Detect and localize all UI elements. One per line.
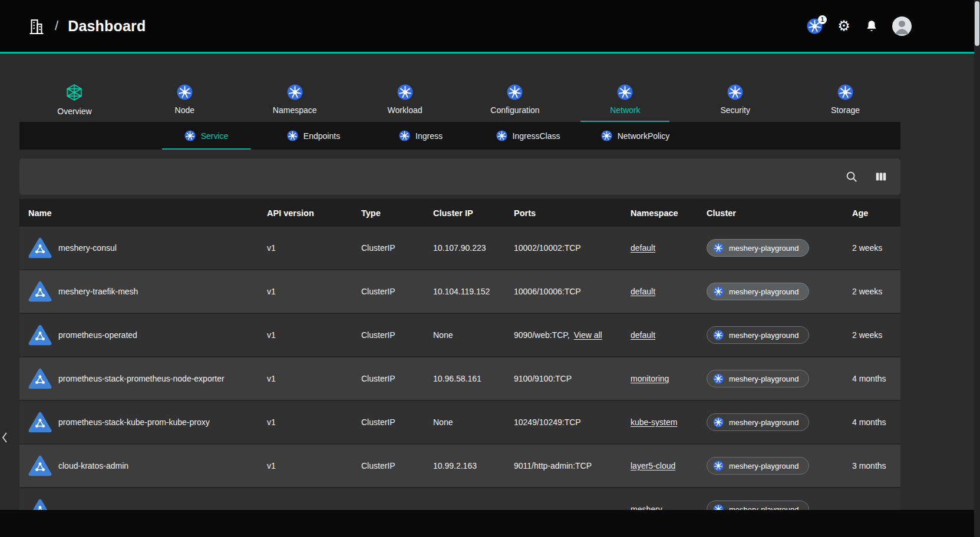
- logo-button[interactable]: [28, 17, 44, 35]
- type-cell: ClusterIP: [352, 287, 424, 296]
- service-icon: [28, 281, 52, 302]
- column-header-cluster-ip: Cluster IP: [424, 208, 505, 218]
- ports-cell: 9090/web:TCP, View all: [505, 330, 622, 340]
- service-icon: [28, 412, 52, 433]
- header-actions: 1: [807, 16, 912, 36]
- ports-cell: 9011/http-admin:TCP: [505, 461, 622, 470]
- name-cell: prometheus-operated: [19, 324, 258, 346]
- bell-icon: [865, 19, 878, 33]
- kubernetes-icon: [287, 130, 298, 141]
- category-tab-label: Security: [720, 105, 750, 115]
- resource-subtab[interactable]: Endpoints: [260, 122, 367, 150]
- service-name: cloud-kratos-admin: [58, 461, 128, 470]
- api-version-cell: v1: [258, 330, 352, 340]
- cluster-cell: meshery-playground: [698, 413, 843, 431]
- avatar[interactable]: [892, 16, 912, 36]
- app-header: / Dashboard 1: [0, 0, 980, 52]
- age: 2 weeks: [852, 243, 882, 253]
- table-row[interactable]: prometheus-stack-prometheus-node-exporte…: [19, 357, 900, 401]
- category-tab[interactable]: Workload: [350, 77, 460, 122]
- category-tab[interactable]: Configuration: [460, 77, 570, 122]
- category-tab[interactable]: Network: [570, 77, 680, 122]
- table-row[interactable]: cloud-kratos-admin v1 ClusterIP 10.99.2.…: [19, 445, 900, 488]
- category-tab[interactable]: Namespace: [240, 77, 350, 122]
- ports: 10002/10002:TCP: [514, 243, 581, 253]
- category-tab[interactable]: Node: [130, 77, 240, 122]
- scrollbar-thumb[interactable]: [975, 1, 979, 46]
- kubernetes-context-button[interactable]: 1: [807, 18, 823, 34]
- ports-cell: 10006/10006:TCP: [505, 287, 622, 296]
- cluster-chip[interactable]: meshery-playground: [707, 413, 809, 431]
- age: 4 months: [852, 374, 886, 383]
- age: 3 months: [852, 461, 886, 470]
- table-row[interactable]: meshery-consul v1 ClusterIP 10.107.90.22…: [19, 227, 900, 270]
- resource-category-tabs: Overview Node: [19, 77, 900, 122]
- column-header-name: Name: [19, 208, 258, 218]
- name-cell: cloud-kratos-admin: [19, 455, 258, 476]
- cluster-chip[interactable]: meshery-playground: [707, 283, 809, 300]
- ports: 10006/10006:TCP: [514, 287, 581, 296]
- search-button[interactable]: [845, 170, 858, 183]
- name-cell: prometheus-stack-kube-prom-kube-proxy: [19, 412, 258, 433]
- service-name: meshery-traefik-mesh: [58, 287, 138, 296]
- namespace-cell: monitoring: [622, 374, 698, 383]
- age: 4 months: [852, 417, 886, 427]
- service-type: ClusterIP: [361, 287, 395, 296]
- namespace-link[interactable]: layer5-cloud: [631, 461, 675, 470]
- category-tab-label: Configuration: [490, 105, 539, 115]
- building-icon: [28, 17, 44, 35]
- category-tab[interactable]: Security: [680, 77, 790, 122]
- cluster-ip: 10.96.58.161: [433, 374, 481, 383]
- gear-icon[interactable]: [837, 19, 851, 33]
- cluster-chip[interactable]: meshery-playground: [707, 370, 809, 387]
- namespace-link[interactable]: default: [631, 243, 655, 253]
- resource-subtab[interactable]: Service: [153, 122, 260, 150]
- namespace-link[interactable]: default: [631, 287, 655, 296]
- service-name: prometheus-stack-prometheus-node-exporte…: [58, 374, 225, 383]
- drawer-collapse-button[interactable]: [1, 429, 12, 446]
- type-cell: ClusterIP: [352, 417, 424, 427]
- resource-subtab[interactable]: IngressClass: [474, 122, 582, 150]
- age: 2 weeks: [852, 330, 882, 340]
- cluster-ip-cell: 10.96.58.161: [424, 374, 505, 383]
- namespace-link[interactable]: monitoring: [631, 374, 669, 383]
- cluster-cell: meshery-playground: [698, 239, 843, 257]
- cluster-chip[interactable]: meshery-playground: [707, 326, 809, 344]
- resource-subtab-label: IngressClass: [513, 131, 560, 141]
- notifications-button[interactable]: [865, 19, 878, 33]
- cluster-cell: meshery-playground: [698, 326, 843, 344]
- column-header-ports: Ports: [505, 208, 622, 218]
- column-header-namespace: Namespace: [622, 208, 698, 218]
- cluster-ip-cell: 10.107.90.223: [424, 243, 505, 253]
- resource-subtab[interactable]: NetworkPolicy: [582, 122, 689, 150]
- service-icon: [28, 324, 52, 346]
- column-header-age: Age: [843, 208, 900, 218]
- column-view-button[interactable]: [875, 170, 887, 183]
- cluster-chip[interactable]: meshery-playground: [707, 239, 809, 257]
- cluster-chip[interactable]: meshery-playground: [707, 457, 809, 475]
- category-tab[interactable]: Storage: [790, 77, 900, 122]
- table-row[interactable]: prometheus-stack-kube-prom-kube-proxy v1…: [19, 401, 900, 445]
- cluster-ip: 10.104.119.152: [433, 287, 490, 296]
- kubernetes-icon: [713, 373, 724, 384]
- service-type: ClusterIP: [361, 243, 395, 253]
- kubernetes-icon: [399, 130, 410, 141]
- category-tab[interactable]: Overview: [19, 77, 130, 122]
- accent-divider: [0, 52, 980, 54]
- namespace-link[interactable]: kube-system: [631, 417, 677, 427]
- meshery-icon: [65, 84, 83, 101]
- cluster-ip-cell: 10.99.2.163: [424, 461, 505, 470]
- namespace-link[interactable]: default: [631, 330, 655, 340]
- table-row[interactable]: meshery-traefik-mesh v1 ClusterIP 10.104…: [19, 270, 900, 314]
- resource-subtab[interactable]: Ingress: [367, 122, 474, 150]
- kubernetes-icon: [713, 286, 724, 297]
- view-all-link[interactable]: View all: [574, 330, 602, 340]
- cluster-cell: meshery-playground: [698, 283, 843, 300]
- type-cell: ClusterIP: [352, 330, 424, 340]
- table-row[interactable]: prometheus-operated v1 ClusterIP None 90…: [19, 314, 900, 357]
- api-version-cell: v1: [258, 243, 352, 253]
- resource-subtab-label: Service: [201, 131, 229, 141]
- service-icon: [28, 237, 52, 258]
- category-tab-label: Network: [610, 105, 640, 115]
- page-title: Dashboard: [68, 18, 146, 35]
